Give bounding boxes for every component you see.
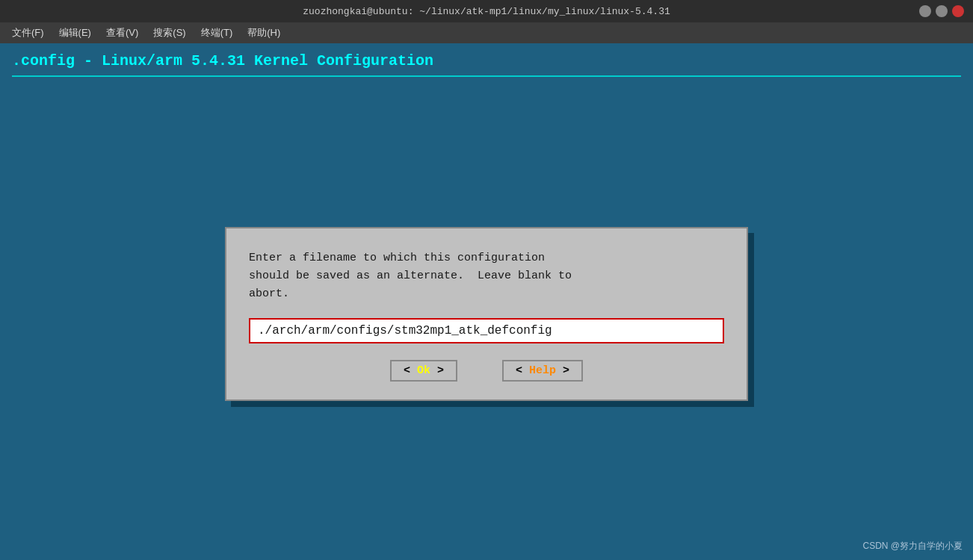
help-prefix: < [516,364,529,377]
title-bar: zuozhongkai@ubuntu: ~/linux/atk-mp1/linu… [0,0,973,22]
dialog-shadow: Enter a filename to which this configura… [225,227,748,401]
menu-edit[interactable]: 编辑(E) [53,25,97,41]
dialog-buttons: < Ok > < Help > [249,360,724,382]
terminal-window: zuozhongkai@ubuntu: ~/linux/atk-mp1/linu… [0,0,973,560]
dialog-box: Enter a filename to which this configura… [225,227,748,401]
kernel-config-title: .config - Linux/arm 5.4.31 Kernel Config… [12,52,961,69]
dialog-area: Enter a filename to which this configura… [12,77,961,551]
title-bar-text: zuozhongkai@ubuntu: ~/linux/atk-mp1/linu… [303,6,670,17]
menu-bar: 文件(F) 编辑(E) 查看(V) 搜索(S) 终端(T) 帮助(H) [0,22,973,43]
help-label: Help [529,364,556,377]
close-button[interactable] [952,5,964,17]
dialog-input-wrapper[interactable] [249,318,724,343]
window-controls [919,5,964,17]
menu-file[interactable]: 文件(F) [6,25,50,41]
watermark: CSDN @努力自学的小夏 [862,540,963,553]
main-content: .config - Linux/arm 5.4.31 Kernel Config… [0,43,973,560]
menu-help[interactable]: 帮助(H) [241,25,286,41]
menu-search[interactable]: 搜索(S) [147,25,191,41]
help-suffix: > [556,364,569,377]
menu-terminal[interactable]: 终端(T) [195,25,239,41]
help-button[interactable]: < Help > [502,360,583,382]
ok-prefix: < [404,364,417,377]
ok-label: Ok [417,364,430,377]
dialog-description: Enter a filename to which this configura… [249,249,724,303]
ok-button[interactable]: < Ok > [390,360,457,382]
filename-input[interactable] [258,324,715,337]
maximize-button[interactable] [936,5,948,17]
menu-view[interactable]: 查看(V) [100,25,144,41]
minimize-button[interactable] [919,5,931,17]
ok-suffix: > [430,364,444,377]
